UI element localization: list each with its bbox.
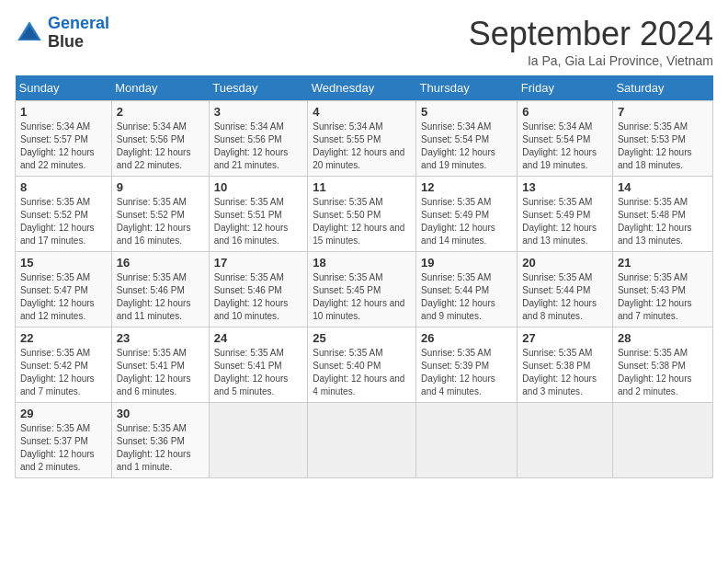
day-info: Sunrise: 5:35 AMSunset: 5:42 PMDaylight:… <box>20 348 95 396</box>
calendar-day-cell: 27 Sunrise: 5:35 AMSunset: 5:38 PMDaylig… <box>518 327 613 403</box>
calendar-day-cell: 8 Sunrise: 5:35 AMSunset: 5:52 PMDayligh… <box>16 177 112 252</box>
calendar-day-cell: 15 Sunrise: 5:35 AMSunset: 5:47 PMDaylig… <box>16 252 112 327</box>
title-block: September 2024 Ia Pa, Gia Lai Province, … <box>469 15 713 68</box>
day-number: 20 <box>522 256 608 270</box>
calendar-day-cell: 5 Sunrise: 5:34 AMSunset: 5:54 PMDayligh… <box>416 101 518 177</box>
logo-icon <box>15 18 44 48</box>
calendar-day-cell: 28 Sunrise: 5:35 AMSunset: 5:38 PMDaylig… <box>612 327 712 403</box>
day-number: 26 <box>421 331 512 345</box>
calendar-day-cell: 29 Sunrise: 5:35 AMSunset: 5:37 PMDaylig… <box>16 403 112 478</box>
calendar-day-cell <box>612 403 712 478</box>
day-info: Sunrise: 5:34 AMSunset: 5:57 PMDaylight:… <box>20 121 95 170</box>
calendar-week-row: 1 Sunrise: 5:34 AMSunset: 5:57 PMDayligh… <box>16 101 713 177</box>
calendar-day-cell: 9 Sunrise: 5:35 AMSunset: 5:52 PMDayligh… <box>111 177 209 252</box>
column-header-monday: Monday <box>111 75 209 101</box>
day-number: 24 <box>214 331 303 345</box>
calendar-day-cell: 17 Sunrise: 5:35 AMSunset: 5:46 PMDaylig… <box>209 252 308 327</box>
day-number: 21 <box>618 256 708 270</box>
calendar-day-cell: 24 Sunrise: 5:35 AMSunset: 5:41 PMDaylig… <box>209 327 308 403</box>
day-info: Sunrise: 5:35 AMSunset: 5:43 PMDaylight:… <box>618 272 692 321</box>
day-info: Sunrise: 5:35 AMSunset: 5:41 PMDaylight:… <box>117 348 191 396</box>
day-info: Sunrise: 5:35 AMSunset: 5:44 PMDaylight:… <box>421 272 495 321</box>
calendar-day-cell <box>308 403 416 478</box>
day-number: 7 <box>618 105 708 119</box>
day-info: Sunrise: 5:34 AMSunset: 5:55 PMDaylight:… <box>313 121 404 170</box>
day-number: 18 <box>313 256 411 270</box>
column-header-wednesday: Wednesday <box>308 75 416 101</box>
day-number: 17 <box>214 256 303 270</box>
day-number: 25 <box>313 331 411 345</box>
calendar-day-cell: 1 Sunrise: 5:34 AMSunset: 5:57 PMDayligh… <box>16 101 112 177</box>
day-info: Sunrise: 5:35 AMSunset: 5:36 PMDaylight:… <box>117 423 191 472</box>
calendar-day-cell: 30 Sunrise: 5:35 AMSunset: 5:36 PMDaylig… <box>111 403 209 478</box>
day-number: 27 <box>522 331 608 345</box>
calendar-week-row: 29 Sunrise: 5:35 AMSunset: 5:37 PMDaylig… <box>16 403 713 478</box>
calendar-day-cell: 16 Sunrise: 5:35 AMSunset: 5:46 PMDaylig… <box>111 252 209 327</box>
calendar-day-cell: 12 Sunrise: 5:35 AMSunset: 5:49 PMDaylig… <box>416 177 518 252</box>
day-number: 4 <box>313 105 411 119</box>
day-info: Sunrise: 5:35 AMSunset: 5:53 PMDaylight:… <box>618 121 692 170</box>
day-info: Sunrise: 5:34 AMSunset: 5:54 PMDaylight:… <box>421 121 495 170</box>
day-info: Sunrise: 5:35 AMSunset: 5:51 PMDaylight:… <box>214 197 289 246</box>
calendar-day-cell <box>416 403 518 478</box>
column-header-friday: Friday <box>518 75 613 101</box>
day-number: 14 <box>618 180 708 194</box>
calendar-day-cell: 2 Sunrise: 5:34 AMSunset: 5:56 PMDayligh… <box>111 101 209 177</box>
day-number: 11 <box>313 180 411 194</box>
calendar-day-cell <box>518 403 613 478</box>
day-info: Sunrise: 5:35 AMSunset: 5:49 PMDaylight:… <box>522 197 597 246</box>
day-info: Sunrise: 5:34 AMSunset: 5:56 PMDaylight:… <box>117 121 191 170</box>
day-info: Sunrise: 5:35 AMSunset: 5:46 PMDaylight:… <box>117 272 191 321</box>
calendar-day-cell <box>209 403 308 478</box>
calendar-day-cell: 13 Sunrise: 5:35 AMSunset: 5:49 PMDaylig… <box>518 177 613 252</box>
calendar-week-row: 15 Sunrise: 5:35 AMSunset: 5:47 PMDaylig… <box>16 252 713 327</box>
calendar-day-cell: 19 Sunrise: 5:35 AMSunset: 5:44 PMDaylig… <box>416 252 518 327</box>
day-info: Sunrise: 5:35 AMSunset: 5:52 PMDaylight:… <box>117 197 191 246</box>
calendar-day-cell: 18 Sunrise: 5:35 AMSunset: 5:45 PMDaylig… <box>308 252 416 327</box>
day-info: Sunrise: 5:35 AMSunset: 5:47 PMDaylight:… <box>20 272 95 321</box>
calendar-day-cell: 14 Sunrise: 5:35 AMSunset: 5:48 PMDaylig… <box>612 177 712 252</box>
day-number: 22 <box>20 331 107 345</box>
day-number: 5 <box>421 105 512 119</box>
day-number: 29 <box>20 407 107 420</box>
page-header: GeneralBlue September 2024 Ia Pa, Gia La… <box>15 15 713 68</box>
day-info: Sunrise: 5:35 AMSunset: 5:44 PMDaylight:… <box>522 272 597 321</box>
day-info: Sunrise: 5:35 AMSunset: 5:46 PMDaylight:… <box>214 272 289 321</box>
calendar-header-row: SundayMondayTuesdayWednesdayThursdayFrid… <box>16 75 713 101</box>
calendar-day-cell: 21 Sunrise: 5:35 AMSunset: 5:43 PMDaylig… <box>612 252 712 327</box>
calendar-day-cell: 22 Sunrise: 5:35 AMSunset: 5:42 PMDaylig… <box>16 327 112 403</box>
day-number: 16 <box>117 256 204 270</box>
calendar-day-cell: 10 Sunrise: 5:35 AMSunset: 5:51 PMDaylig… <box>209 177 308 252</box>
day-number: 2 <box>117 105 204 119</box>
day-number: 12 <box>421 180 512 194</box>
location-subtitle: Ia Pa, Gia Lai Province, Vietnam <box>469 53 713 68</box>
calendar-day-cell: 26 Sunrise: 5:35 AMSunset: 5:39 PMDaylig… <box>416 327 518 403</box>
calendar-week-row: 22 Sunrise: 5:35 AMSunset: 5:42 PMDaylig… <box>16 327 713 403</box>
day-info: Sunrise: 5:35 AMSunset: 5:52 PMDaylight:… <box>20 197 95 246</box>
calendar-day-cell: 3 Sunrise: 5:34 AMSunset: 5:56 PMDayligh… <box>209 101 308 177</box>
day-info: Sunrise: 5:35 AMSunset: 5:48 PMDaylight:… <box>618 197 692 246</box>
day-info: Sunrise: 5:34 AMSunset: 5:54 PMDaylight:… <box>522 121 597 170</box>
logo: GeneralBlue <box>15 15 109 52</box>
logo-text: GeneralBlue <box>48 15 109 52</box>
column-header-sunday: Sunday <box>16 75 112 101</box>
calendar-day-cell: 7 Sunrise: 5:35 AMSunset: 5:53 PMDayligh… <box>612 101 712 177</box>
day-number: 23 <box>117 331 204 345</box>
day-number: 8 <box>20 180 107 194</box>
day-info: Sunrise: 5:34 AMSunset: 5:56 PMDaylight:… <box>214 121 289 170</box>
day-number: 19 <box>421 256 512 270</box>
day-number: 6 <box>522 105 608 119</box>
month-title: September 2024 <box>469 15 713 53</box>
day-number: 9 <box>117 180 204 194</box>
day-number: 1 <box>20 105 107 119</box>
day-number: 15 <box>20 256 107 270</box>
day-info: Sunrise: 5:35 AMSunset: 5:41 PMDaylight:… <box>214 348 289 396</box>
day-number: 3 <box>214 105 303 119</box>
calendar-day-cell: 6 Sunrise: 5:34 AMSunset: 5:54 PMDayligh… <box>518 101 613 177</box>
day-info: Sunrise: 5:35 AMSunset: 5:38 PMDaylight:… <box>522 348 597 396</box>
day-number: 30 <box>117 407 204 420</box>
day-info: Sunrise: 5:35 AMSunset: 5:45 PMDaylight:… <box>313 272 404 321</box>
calendar-day-cell: 25 Sunrise: 5:35 AMSunset: 5:40 PMDaylig… <box>308 327 416 403</box>
calendar-day-cell: 20 Sunrise: 5:35 AMSunset: 5:44 PMDaylig… <box>518 252 613 327</box>
day-number: 28 <box>618 331 708 345</box>
